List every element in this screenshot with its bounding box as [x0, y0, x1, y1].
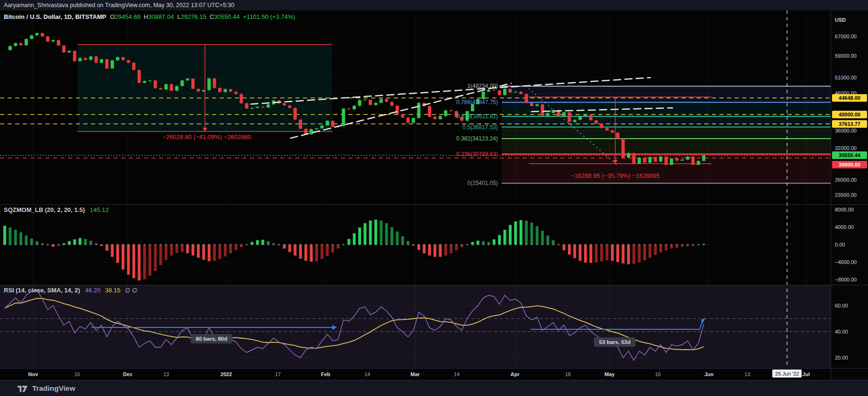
price-tick: 67000.00: [835, 34, 857, 39]
ohlc-value: 29276.15: [181, 13, 206, 20]
price-tick: 26000.00: [835, 177, 857, 183]
rsi-tick: 40.00: [835, 329, 848, 334]
pane-separator[interactable]: [0, 204, 868, 205]
sqzmom-legend[interactable]: SQZMOM_LB (20, 2, 20, 1.5) 145.12: [4, 206, 112, 213]
fib-level-label: 0(25401.05): [467, 180, 498, 186]
fib-level-label: 0.618(39511.81): [457, 113, 498, 120]
ohlc-value: 30887.04: [148, 13, 174, 20]
rsi-label: RSI (14, close, SMA, 14, 2): [4, 287, 80, 294]
fib-level-label: 0.5(36817.53): [462, 124, 498, 131]
time-label: 17: [275, 371, 281, 377]
time-label: Jul: [802, 371, 810, 377]
time-label: 13: [744, 371, 750, 377]
rsi-tick: 60.00: [835, 303, 848, 308]
rsi-value: 46.20: [85, 287, 101, 294]
ohlc-key: O: [110, 13, 115, 20]
sqzmom-tick: −4000.00: [835, 259, 857, 265]
price-range-label-left: −26028.80 (−41.09%) −2602880: [162, 133, 251, 141]
price-badge: 30550.44: [832, 151, 867, 159]
ohlc-value: 29454.69: [115, 13, 141, 20]
price-axis[interactable]: USD 67000.0059000.0051000.0046000.003600…: [831, 10, 868, 380]
ohlc-key: H: [144, 13, 148, 20]
ohlc-key: C: [210, 13, 214, 20]
chart-window: Bitcoin / U.S. Dollar, 1D, BITSTAMPO2945…: [0, 10, 868, 380]
sqzmom-label: SQZMOM_LB (20, 2, 20, 1.5): [4, 206, 85, 213]
time-label: 2022: [221, 371, 232, 377]
time-label: May: [604, 371, 614, 377]
time-label: 15: [74, 371, 80, 377]
attribution-bar: Aaryamann_Shrivastava published on Tradi…: [0, 0, 868, 10]
time-label: 13: [163, 371, 169, 377]
sqzmom-tick: 4000.00: [835, 224, 854, 230]
sqzmom-tick: 8000.00: [835, 207, 854, 212]
rsi-tick: 20.00: [835, 355, 848, 361]
price-tick: 23500.00: [835, 192, 857, 198]
sqzmom-value: 145.12: [90, 206, 109, 213]
price-tick: 51000.00: [835, 75, 857, 80]
rsi-sma-value: 38.15: [105, 287, 121, 294]
time-label: 16: [655, 371, 661, 377]
pane-separator: [0, 368, 868, 369]
fib-level-label: 0.382(34123.24): [456, 135, 498, 142]
chart-plot-area[interactable]: Bitcoin / U.S. Dollar, 1D, BITSTAMPO2945…: [0, 10, 831, 380]
change-value: +1101.50 (+3.74%): [243, 13, 295, 20]
price-range-label-right: −16288.95 (−35.79%) −1628895: [571, 172, 660, 179]
ohlc-values: O29454.69H30887.04L29276.15C30550.44: [110, 13, 243, 20]
time-axis[interactable]: Nov15Dec13202217Feb14Mar14Apr18May16Jun1…: [0, 368, 831, 380]
chart-canvas[interactable]: [0, 10, 831, 380]
price-badge: 40000.00: [832, 111, 867, 118]
price-badge: 44648.00: [832, 94, 867, 102]
pane-separator[interactable]: [0, 285, 868, 285]
price-tick: 36000.00: [835, 128, 857, 133]
footer-bar: TradingView: [0, 380, 868, 396]
time-label: Feb: [321, 371, 330, 377]
time-label: Jun: [704, 371, 714, 377]
time-label: 18: [565, 371, 571, 377]
symbol-legend[interactable]: Bitcoin / U.S. Dollar, 1D, BITSTAMPO2945…: [4, 13, 299, 20]
ohlc-value: 30550.44: [214, 13, 239, 20]
symbol-title: Bitcoin / U.S. Dollar, 1D, BITSTAMP: [4, 13, 106, 20]
bars-range-badge-right[interactable]: 53 bars, 53d: [594, 337, 636, 347]
rsi-legend[interactable]: RSI (14, close, SMA, 14, 2) 46.20 38.15 …: [4, 287, 137, 294]
time-label: Mar: [410, 371, 420, 377]
currency-label: USD: [835, 17, 846, 23]
fib-level-label: 1(48234.00): [467, 83, 498, 89]
ohlc-key: L: [177, 13, 180, 20]
price-badge: 37613.77: [832, 120, 867, 128]
price-badge: 30000.00: [832, 161, 867, 168]
price-tick: 32000.00: [835, 145, 857, 151]
bars-range-badge-left[interactable]: 80 bars, 80d: [191, 334, 232, 343]
time-label: Dec: [123, 371, 133, 377]
sqzmom-tick: 0.00: [835, 242, 845, 247]
attribution-text: Aaryamann_Shrivastava published on Tradi…: [4, 2, 234, 9]
fib-level-label: 0.786(43347.75): [456, 99, 498, 106]
time-label: Nov: [28, 371, 38, 377]
crosshair-date-badge: 25 Jun '22: [772, 370, 802, 378]
time-label: 14: [364, 371, 370, 377]
footer-brand[interactable]: TradingView: [32, 384, 75, 393]
price-tick: 59000.00: [835, 53, 857, 59]
tradingview-logo-icon[interactable]: [17, 384, 28, 393]
rsi-extra-values: ∅ ∅: [125, 287, 137, 294]
fib-level-label: 0.236(30789.63): [456, 151, 498, 158]
sqzmom-tick: −8000.00: [835, 277, 857, 282]
time-label: 14: [454, 371, 460, 377]
time-label: Apr: [511, 371, 520, 377]
